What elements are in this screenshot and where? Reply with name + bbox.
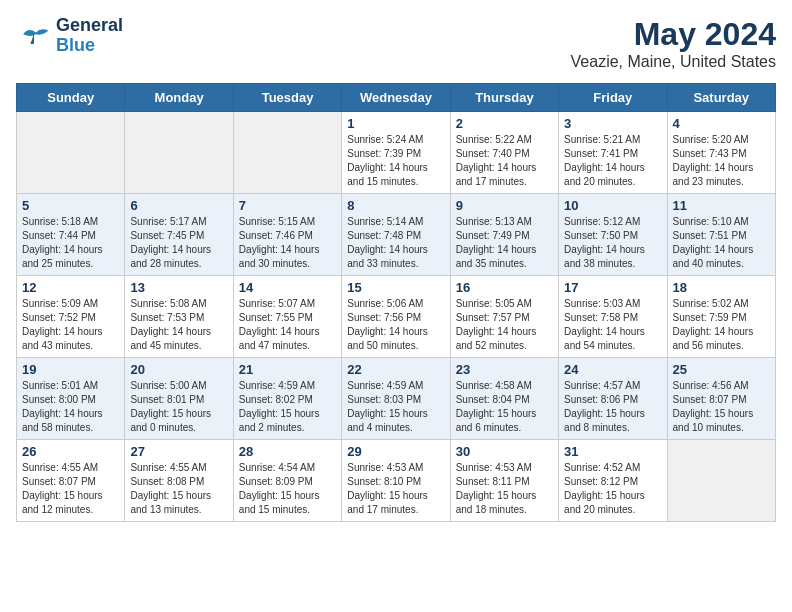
calendar-cell: 28Sunrise: 4:54 AM Sunset: 8:09 PM Dayli…	[233, 440, 341, 522]
calendar-cell: 18Sunrise: 5:02 AM Sunset: 7:59 PM Dayli…	[667, 276, 775, 358]
calendar-cell: 12Sunrise: 5:09 AM Sunset: 7:52 PM Dayli…	[17, 276, 125, 358]
day-info: Sunrise: 5:20 AM Sunset: 7:43 PM Dayligh…	[673, 133, 770, 189]
day-info: Sunrise: 4:55 AM Sunset: 8:08 PM Dayligh…	[130, 461, 227, 517]
calendar-cell: 30Sunrise: 4:53 AM Sunset: 8:11 PM Dayli…	[450, 440, 558, 522]
calendar-cell	[125, 112, 233, 194]
logo-icon	[16, 18, 52, 54]
day-number: 30	[456, 444, 553, 459]
calendar-cell: 8Sunrise: 5:14 AM Sunset: 7:48 PM Daylig…	[342, 194, 450, 276]
calendar-table: SundayMondayTuesdayWednesdayThursdayFrid…	[16, 83, 776, 522]
day-info: Sunrise: 5:12 AM Sunset: 7:50 PM Dayligh…	[564, 215, 661, 271]
day-number: 3	[564, 116, 661, 131]
calendar-cell: 1Sunrise: 5:24 AM Sunset: 7:39 PM Daylig…	[342, 112, 450, 194]
day-info: Sunrise: 4:53 AM Sunset: 8:10 PM Dayligh…	[347, 461, 444, 517]
day-number: 8	[347, 198, 444, 213]
calendar-cell	[17, 112, 125, 194]
day-info: Sunrise: 5:15 AM Sunset: 7:46 PM Dayligh…	[239, 215, 336, 271]
day-number: 26	[22, 444, 119, 459]
day-info: Sunrise: 5:02 AM Sunset: 7:59 PM Dayligh…	[673, 297, 770, 353]
day-number: 6	[130, 198, 227, 213]
weekday-header: Saturday	[667, 84, 775, 112]
day-info: Sunrise: 5:21 AM Sunset: 7:41 PM Dayligh…	[564, 133, 661, 189]
calendar-cell: 15Sunrise: 5:06 AM Sunset: 7:56 PM Dayli…	[342, 276, 450, 358]
weekday-header: Thursday	[450, 84, 558, 112]
logo: General Blue	[16, 16, 123, 56]
weekday-header: Tuesday	[233, 84, 341, 112]
day-number: 7	[239, 198, 336, 213]
calendar-week-row: 19Sunrise: 5:01 AM Sunset: 8:00 PM Dayli…	[17, 358, 776, 440]
weekday-header-row: SundayMondayTuesdayWednesdayThursdayFrid…	[17, 84, 776, 112]
day-info: Sunrise: 5:00 AM Sunset: 8:01 PM Dayligh…	[130, 379, 227, 435]
calendar-cell: 7Sunrise: 5:15 AM Sunset: 7:46 PM Daylig…	[233, 194, 341, 276]
day-info: Sunrise: 5:08 AM Sunset: 7:53 PM Dayligh…	[130, 297, 227, 353]
day-number: 27	[130, 444, 227, 459]
calendar-cell: 16Sunrise: 5:05 AM Sunset: 7:57 PM Dayli…	[450, 276, 558, 358]
weekday-header: Monday	[125, 84, 233, 112]
calendar-cell	[233, 112, 341, 194]
calendar-cell: 6Sunrise: 5:17 AM Sunset: 7:45 PM Daylig…	[125, 194, 233, 276]
day-number: 29	[347, 444, 444, 459]
calendar-cell: 17Sunrise: 5:03 AM Sunset: 7:58 PM Dayli…	[559, 276, 667, 358]
day-info: Sunrise: 5:06 AM Sunset: 7:56 PM Dayligh…	[347, 297, 444, 353]
calendar-cell: 22Sunrise: 4:59 AM Sunset: 8:03 PM Dayli…	[342, 358, 450, 440]
calendar-cell: 21Sunrise: 4:59 AM Sunset: 8:02 PM Dayli…	[233, 358, 341, 440]
day-number: 28	[239, 444, 336, 459]
day-number: 23	[456, 362, 553, 377]
weekday-header: Friday	[559, 84, 667, 112]
day-number: 15	[347, 280, 444, 295]
calendar-cell: 4Sunrise: 5:20 AM Sunset: 7:43 PM Daylig…	[667, 112, 775, 194]
calendar-cell: 27Sunrise: 4:55 AM Sunset: 8:08 PM Dayli…	[125, 440, 233, 522]
day-number: 24	[564, 362, 661, 377]
day-number: 9	[456, 198, 553, 213]
calendar-cell: 31Sunrise: 4:52 AM Sunset: 8:12 PM Dayli…	[559, 440, 667, 522]
location-subtitle: Veazie, Maine, United States	[571, 53, 776, 71]
calendar-cell	[667, 440, 775, 522]
day-info: Sunrise: 5:17 AM Sunset: 7:45 PM Dayligh…	[130, 215, 227, 271]
day-number: 12	[22, 280, 119, 295]
calendar-cell: 29Sunrise: 4:53 AM Sunset: 8:10 PM Dayli…	[342, 440, 450, 522]
weekday-header: Sunday	[17, 84, 125, 112]
calendar-cell: 10Sunrise: 5:12 AM Sunset: 7:50 PM Dayli…	[559, 194, 667, 276]
weekday-header: Wednesday	[342, 84, 450, 112]
day-info: Sunrise: 5:14 AM Sunset: 7:48 PM Dayligh…	[347, 215, 444, 271]
day-number: 18	[673, 280, 770, 295]
day-number: 2	[456, 116, 553, 131]
day-number: 19	[22, 362, 119, 377]
calendar-cell: 24Sunrise: 4:57 AM Sunset: 8:06 PM Dayli…	[559, 358, 667, 440]
calendar-week-row: 5Sunrise: 5:18 AM Sunset: 7:44 PM Daylig…	[17, 194, 776, 276]
calendar-cell: 13Sunrise: 5:08 AM Sunset: 7:53 PM Dayli…	[125, 276, 233, 358]
day-number: 11	[673, 198, 770, 213]
day-number: 21	[239, 362, 336, 377]
day-info: Sunrise: 5:07 AM Sunset: 7:55 PM Dayligh…	[239, 297, 336, 353]
day-info: Sunrise: 5:05 AM Sunset: 7:57 PM Dayligh…	[456, 297, 553, 353]
day-number: 10	[564, 198, 661, 213]
day-number: 13	[130, 280, 227, 295]
calendar-week-row: 26Sunrise: 4:55 AM Sunset: 8:07 PM Dayli…	[17, 440, 776, 522]
day-info: Sunrise: 5:10 AM Sunset: 7:51 PM Dayligh…	[673, 215, 770, 271]
calendar-cell: 11Sunrise: 5:10 AM Sunset: 7:51 PM Dayli…	[667, 194, 775, 276]
calendar-cell: 25Sunrise: 4:56 AM Sunset: 8:07 PM Dayli…	[667, 358, 775, 440]
day-info: Sunrise: 4:56 AM Sunset: 8:07 PM Dayligh…	[673, 379, 770, 435]
day-info: Sunrise: 4:59 AM Sunset: 8:03 PM Dayligh…	[347, 379, 444, 435]
calendar-cell: 23Sunrise: 4:58 AM Sunset: 8:04 PM Dayli…	[450, 358, 558, 440]
calendar-cell: 2Sunrise: 5:22 AM Sunset: 7:40 PM Daylig…	[450, 112, 558, 194]
calendar-cell: 20Sunrise: 5:00 AM Sunset: 8:01 PM Dayli…	[125, 358, 233, 440]
day-number: 20	[130, 362, 227, 377]
calendar-cell: 19Sunrise: 5:01 AM Sunset: 8:00 PM Dayli…	[17, 358, 125, 440]
calendar-cell: 3Sunrise: 5:21 AM Sunset: 7:41 PM Daylig…	[559, 112, 667, 194]
day-info: Sunrise: 5:13 AM Sunset: 7:49 PM Dayligh…	[456, 215, 553, 271]
day-number: 17	[564, 280, 661, 295]
title-block: May 2024 Veazie, Maine, United States	[571, 16, 776, 71]
day-info: Sunrise: 4:55 AM Sunset: 8:07 PM Dayligh…	[22, 461, 119, 517]
day-info: Sunrise: 4:58 AM Sunset: 8:04 PM Dayligh…	[456, 379, 553, 435]
day-number: 4	[673, 116, 770, 131]
day-info: Sunrise: 5:24 AM Sunset: 7:39 PM Dayligh…	[347, 133, 444, 189]
day-info: Sunrise: 4:57 AM Sunset: 8:06 PM Dayligh…	[564, 379, 661, 435]
day-number: 22	[347, 362, 444, 377]
logo-text: General Blue	[56, 16, 123, 56]
day-info: Sunrise: 4:52 AM Sunset: 8:12 PM Dayligh…	[564, 461, 661, 517]
calendar-cell: 5Sunrise: 5:18 AM Sunset: 7:44 PM Daylig…	[17, 194, 125, 276]
calendar-title: May 2024	[571, 16, 776, 53]
day-number: 14	[239, 280, 336, 295]
day-info: Sunrise: 5:18 AM Sunset: 7:44 PM Dayligh…	[22, 215, 119, 271]
